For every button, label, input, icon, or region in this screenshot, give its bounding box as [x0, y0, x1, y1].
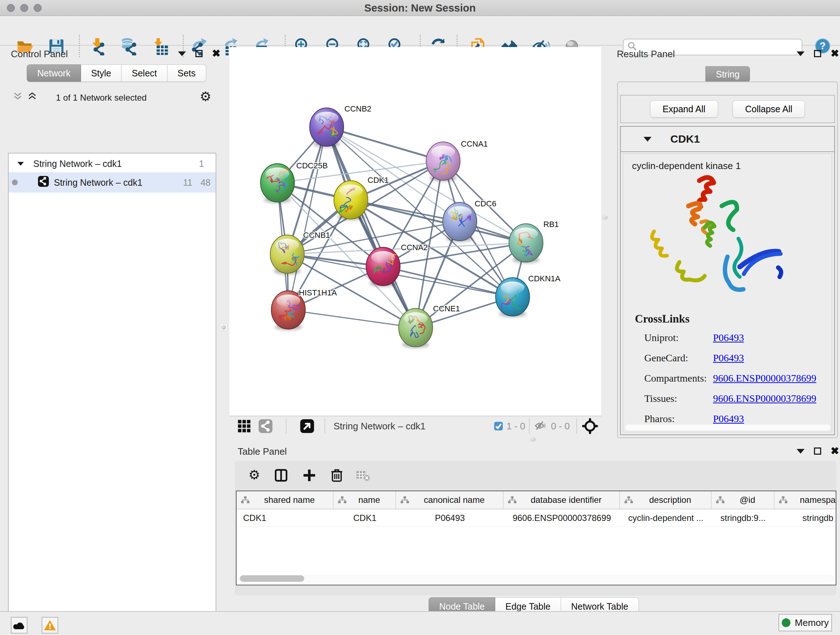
panel-menu-icon[interactable] — [797, 449, 805, 454]
panel-close-icon[interactable]: ✖ — [212, 50, 220, 57]
crosslink-row: Uniprot: P06493 — [644, 332, 825, 344]
split-columns-button[interactable] — [271, 466, 291, 485]
title-bar: Session: New Session — [0, 0, 840, 16]
crosslink-row: GeneCard: P06493 — [644, 352, 825, 364]
cloud-button[interactable] — [11, 617, 27, 633]
memory-label: Memory — [795, 617, 829, 629]
table-hscrollbar-thumb[interactable] — [240, 575, 304, 582]
table-hscrollbar[interactable] — [238, 575, 834, 583]
memory-button[interactable]: Memory — [778, 614, 832, 631]
birdseye-grid-icon[interactable] — [237, 418, 252, 435]
crosslink-label: Uniprot: — [644, 332, 679, 343]
crosslink-value-link[interactable]: P06493 — [713, 332, 744, 344]
add-column-button[interactable] — [299, 466, 319, 485]
crosslink-label: GeneCard: — [644, 352, 688, 363]
main-toolbar: ? — [0, 16, 840, 46]
expand-all-button[interactable]: Expand All — [650, 100, 718, 118]
network-node-CDKN1A[interactable]: CDKN1A — [496, 274, 561, 317]
table-cell[interactable]: cyclin-dependent ... — [620, 509, 712, 526]
gene-details: cyclin-dependent kinase 1 CrossLinks Uni… — [623, 154, 832, 432]
network-edge[interactable] — [327, 127, 416, 328]
table-cell[interactable]: stringdb:9... — [712, 509, 775, 526]
cloud-icon — [13, 621, 25, 630]
hidden-count: 0 - 0 — [551, 421, 570, 432]
node-label: CDC6 — [475, 199, 496, 208]
tab-network[interactable]: Network — [27, 65, 81, 82]
node-label: HIST1H1A — [299, 288, 337, 297]
network-edge[interactable] — [327, 127, 443, 161]
hidden-eye-icon — [534, 419, 548, 434]
table-cell[interactable]: stringdb — [775, 509, 836, 526]
network-canvas[interactable]: CCNB2 CCNA1 CDC25B CDK1 CDC6 RB1 CCNB1 — [229, 47, 601, 416]
table-cell[interactable]: CDK1 — [333, 509, 396, 526]
network-node-HIST1H1A[interactable]: HIST1H1A — [271, 288, 337, 330]
node-table: shared name name canonical name database… — [236, 491, 836, 585]
delete-column-icon — [329, 467, 345, 485]
collection-count: 1 — [199, 158, 204, 169]
protein-structure-image — [645, 170, 804, 315]
gene-header-row[interactable]: CDK1 — [621, 127, 834, 152]
network-edge[interactable] — [383, 266, 513, 297]
network-node-CCNB2[interactable]: CCNB2 — [309, 104, 371, 147]
network-node-count: 11 — [183, 177, 193, 188]
network-collection-row[interactable]: String Network – cdk1 1 — [9, 155, 216, 172]
selected-checkbox[interactable] — [494, 422, 503, 432]
node-label: CCNA1 — [461, 139, 488, 149]
table-cell[interactable]: CDK1 — [237, 509, 333, 526]
network-edge[interactable] — [288, 310, 416, 328]
crosslink-value-link[interactable]: P06493 — [713, 352, 744, 364]
node-label: CCNE1 — [433, 304, 460, 313]
column-header-canonical-name[interactable]: canonical name — [396, 491, 504, 509]
table-gear-icon: ⚙ — [246, 467, 262, 485]
column-header-description[interactable]: description — [620, 491, 712, 509]
tab-string[interactable]: String — [706, 66, 750, 82]
network-icon — [38, 176, 49, 189]
network-edge[interactable] — [288, 127, 327, 310]
panel-float-icon[interactable] — [195, 50, 202, 57]
network-share-icon[interactable] — [258, 418, 273, 435]
node-label: CCNA2 — [401, 243, 428, 252]
table-cell[interactable]: 9606.ENSP00000378699 — [504, 509, 620, 526]
table-gear-button[interactable]: ⚙ — [244, 466, 264, 485]
detach-view-icon[interactable] — [300, 418, 315, 435]
column-header-namespace[interactable]: namespace — [775, 491, 836, 509]
panel-close-icon[interactable]: ✖ — [831, 448, 839, 455]
column-header-shared-name[interactable]: shared name — [237, 491, 333, 509]
node-label: CDC25B — [296, 161, 328, 170]
crosslink-value-link[interactable]: P06493 — [713, 413, 744, 424]
column-header-name[interactable]: name — [333, 491, 396, 509]
gene-expander-icon[interactable] — [644, 137, 652, 141]
crosshair-icon[interactable] — [582, 418, 598, 436]
network-node-CCNE1[interactable]: CCNE1 — [399, 304, 460, 348]
collapse-all-button[interactable]: Collapse All — [733, 100, 805, 118]
panel-close-icon[interactable]: ✖ — [831, 50, 839, 57]
table-cell[interactable]: P06493 — [396, 509, 504, 526]
network-view-title: String Network – cdk1 — [333, 421, 425, 432]
crosslink-label: Pharos: — [644, 413, 675, 424]
right-splitter-handle[interactable] — [602, 215, 608, 220]
tab-sets[interactable]: Sets — [167, 65, 206, 82]
network-row[interactable]: String Network – cdk1 11 48 — [9, 172, 216, 193]
panel-float-icon[interactable] — [814, 448, 821, 455]
panel-menu-icon[interactable] — [178, 51, 186, 56]
crosslink-value-link[interactable]: 9606.ENSP00000378699 — [713, 393, 816, 404]
network-status-dot — [12, 180, 18, 185]
clear-table-button — [353, 466, 373, 485]
table-row[interactable]: CDK1CDK1P064939606.ENSP00000378699cyclin… — [237, 509, 836, 527]
selected-count: 1 - 0 — [507, 421, 525, 432]
warning-button[interactable] — [42, 617, 58, 633]
crosslink-value-link[interactable]: 9606.ENSP00000378699 — [713, 372, 816, 384]
gear-icon[interactable]: ⚙ — [200, 89, 211, 104]
column-header--id[interactable]: @id — [712, 491, 775, 509]
delete-column-button[interactable] — [327, 466, 347, 485]
results-entry: CDK1 cyclin-dependent kinase 1 CrossLink… — [620, 126, 835, 435]
panel-menu-icon[interactable] — [797, 51, 805, 56]
collection-expander-icon[interactable] — [17, 162, 24, 165]
results-hscrollbar[interactable] — [625, 424, 830, 431]
panel-float-icon[interactable] — [814, 50, 821, 57]
tab-select[interactable]: Select — [122, 65, 167, 82]
column-header-database-identifier[interactable]: database identifier — [504, 491, 620, 509]
left-splitter-handle[interactable] — [220, 324, 227, 331]
network-node-RB1[interactable]: RB1 — [509, 220, 559, 263]
tab-style[interactable]: Style — [81, 65, 122, 82]
